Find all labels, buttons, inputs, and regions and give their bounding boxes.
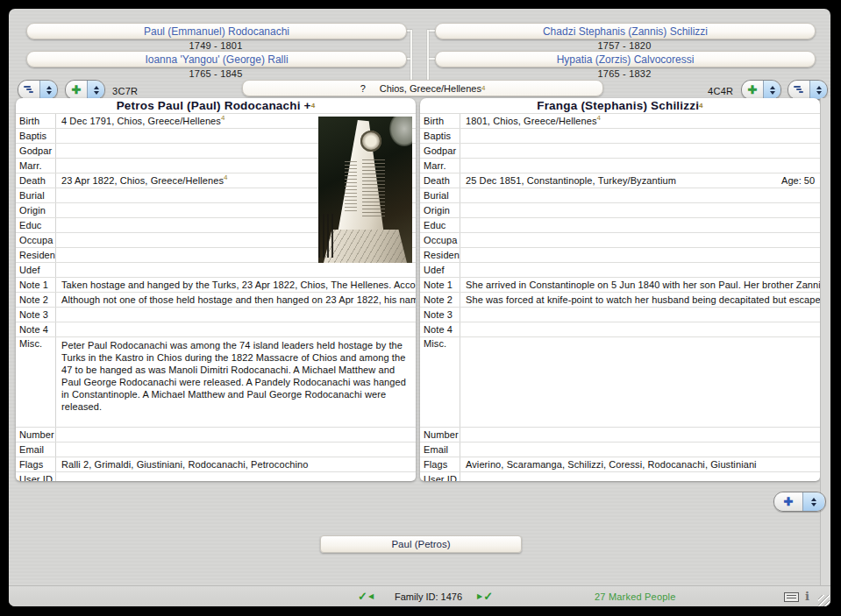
age-value: Age: 50 xyxy=(781,175,820,186)
field-row-burial[interactable]: Burial xyxy=(420,188,820,203)
field-row-death[interactable]: Death25 Dec 1851, Constantinople, Turkey… xyxy=(420,173,820,188)
field-label: Note 2 xyxy=(420,293,460,307)
navigate-menu-button-left[interactable] xyxy=(18,80,58,100)
husband-name-header[interactable]: Petros Paul (Paul) Rodocanachi +4 xyxy=(16,98,416,114)
field-row-number[interactable]: Number xyxy=(420,428,820,443)
field-label: Birth xyxy=(420,114,460,128)
father-of-wife-years: 1757 - 1820 xyxy=(435,40,814,51)
gravestone-photo[interactable] xyxy=(318,117,412,263)
navigate-stepper-right[interactable] xyxy=(809,81,827,99)
field-row-flags[interactable]: FlagsAvierino, Scaramanga, Schilizzi, Co… xyxy=(420,457,820,472)
field-row-note4[interactable]: Note 4 xyxy=(16,322,416,337)
field-label: Note 1 xyxy=(16,278,56,292)
field-value: 1801, Chios, Greece/Hellenes4 xyxy=(460,116,820,126)
field-label: User ID xyxy=(16,472,56,481)
field-label: Note 2 xyxy=(16,293,56,307)
field-row-note4[interactable]: Note 4 xyxy=(420,322,820,337)
field-row-userid[interactable]: User ID xyxy=(420,472,820,481)
field-label: Email xyxy=(420,443,460,457)
arrow-left-icon: ◀ xyxy=(368,592,374,600)
field-row-note1[interactable]: Note 1Taken hostage and hanged by the Tu… xyxy=(16,278,416,293)
field-row-note3[interactable]: Note 3 xyxy=(16,308,416,322)
field-label: Residen xyxy=(16,248,56,262)
wife-record-panel: Franga (Stephanis) Schilizzi4 Birth1801,… xyxy=(420,98,820,481)
field-row-userid[interactable]: User ID xyxy=(16,472,416,481)
pedigree-connector-line xyxy=(429,58,435,60)
wife-field-rows: Birth1801, Chios, Greece/Hellenes4Baptis… xyxy=(420,114,820,481)
add-person-button-right[interactable]: ✚ xyxy=(741,80,781,100)
add-stepper-left[interactable] xyxy=(87,81,104,99)
marked-people-link[interactable]: 27 Marked People xyxy=(595,591,675,602)
obelisk-inscription xyxy=(362,157,385,218)
wife-name-header[interactable]: Franga (Stephanis) Schilizzi4 xyxy=(420,98,820,114)
add-plus-icon: ✚ xyxy=(72,84,82,96)
father-of-husband-button[interactable]: Paul (Emmanuel) Rodocanachi xyxy=(26,23,407,39)
field-row-email[interactable]: Email xyxy=(420,443,820,457)
citation-superscript: 4 xyxy=(221,116,225,122)
next-marked-button[interactable]: ▶✓ xyxy=(477,590,493,603)
field-row-misc[interactable]: Misc. xyxy=(420,337,820,428)
field-label: Note 1 xyxy=(420,278,460,292)
kinship-code-left: 3C7R xyxy=(112,86,138,96)
father-of-husband-name: Paul (Emmanuel) Rodocanachi xyxy=(144,25,289,38)
add-child-stepper[interactable] xyxy=(802,492,824,511)
resize-grip-icon[interactable] xyxy=(818,595,830,606)
father-of-husband-years: 1749 - 1801 xyxy=(26,40,405,51)
field-row-residen[interactable]: Residen xyxy=(420,248,820,263)
field-label: Misc. xyxy=(420,337,460,427)
add-child-button[interactable]: ✚ xyxy=(773,492,826,512)
field-row-number[interactable]: Number xyxy=(16,428,416,443)
pedigree-connector-line xyxy=(429,30,435,32)
marriage-date-unknown: ? xyxy=(360,83,366,94)
father-of-wife-name: Chadzi Stephanis (Zannis) Schilizzi xyxy=(543,25,708,38)
child-name: Paul (Petros) xyxy=(391,539,450,549)
field-label: Flags xyxy=(16,457,56,471)
app-window: Paul (Emmanuel) Rodocanachi 1749 - 1801 … xyxy=(0,0,841,616)
mother-of-wife-button[interactable]: Hypatia (Zorzis) Calvocoressi xyxy=(435,51,816,67)
field-label: Educ xyxy=(16,218,56,232)
family-id-label: Family ID: 1476 xyxy=(395,591,462,602)
field-value: Ralli 2, Grimaldi, Giustiniani, Rodocana… xyxy=(56,459,416,470)
field-value: Avierino, Scaramanga, Schilizzi, Coressi… xyxy=(460,459,820,470)
field-row-note1[interactable]: Note 1She arrived in Constantinople on 5… xyxy=(420,278,820,293)
field-row-udef[interactable]: Udef xyxy=(420,263,820,278)
list-view-icon[interactable] xyxy=(784,592,799,602)
child-button[interactable]: Paul (Petros) xyxy=(320,535,522,553)
field-row-godpar[interactable]: Godpar xyxy=(420,144,820,159)
arrow-right-icon: ▶ xyxy=(477,592,482,600)
add-person-button-left[interactable]: ✚ xyxy=(65,80,105,100)
field-row-note3[interactable]: Note 3 xyxy=(420,308,820,322)
mother-of-husband-button[interactable]: Ioanna 'Yangou' (George) Ralli xyxy=(26,51,407,67)
mother-of-wife-years: 1765 - 1832 xyxy=(435,68,814,79)
family-card-view: Paul (Emmanuel) Rodocanachi 1749 - 1801 … xyxy=(9,9,830,606)
field-value: Although not one of those held hostage a… xyxy=(56,294,416,305)
field-row-email[interactable]: Email xyxy=(16,443,416,457)
right-edge-strip xyxy=(820,98,830,585)
prev-marked-button[interactable]: ✓◀ xyxy=(358,590,374,603)
field-row-birth[interactable]: Birth1801, Chios, Greece/Hellenes4 xyxy=(420,114,820,129)
marriage-field[interactable]: ? Chios, Greece/Hellenes4 xyxy=(242,80,603,96)
field-label: User ID xyxy=(420,472,460,481)
field-row-baptis[interactable]: Baptis xyxy=(420,129,820,144)
navigate-stepper-left[interactable] xyxy=(39,81,57,99)
info-icon[interactable]: i xyxy=(805,590,809,603)
field-row-flags[interactable]: FlagsRalli 2, Grimaldi, Giustiniani, Rod… xyxy=(16,457,416,472)
field-row-origin[interactable]: Origin xyxy=(420,203,820,218)
kinship-code-right: 4C4R xyxy=(708,86,733,96)
field-row-udef[interactable]: Udef xyxy=(16,263,416,278)
add-stepper-right[interactable] xyxy=(763,81,780,99)
mother-of-wife-name: Hypatia (Zorzis) Calvocoressi xyxy=(557,53,695,66)
field-row-note2[interactable]: Note 2She was forced at knife-point to w… xyxy=(420,293,820,308)
field-label: Marr. xyxy=(16,159,56,173)
field-row-occupa[interactable]: Occupa xyxy=(420,233,820,248)
field-label: Note 3 xyxy=(420,308,460,322)
field-row-marr[interactable]: Marr. xyxy=(420,159,820,173)
field-row-note2[interactable]: Note 2Although not one of those held hos… xyxy=(16,293,416,308)
field-row-misc[interactable]: Misc.Peter Paul Rodocanachi was among th… xyxy=(16,337,416,428)
navigate-menu-button-right[interactable] xyxy=(788,80,828,100)
field-value xyxy=(460,337,820,339)
father-of-wife-button[interactable]: Chadzi Stephanis (Zannis) Schilizzi xyxy=(435,23,816,39)
field-row-educ[interactable]: Educ xyxy=(420,218,820,233)
field-label: Udef xyxy=(420,263,460,277)
field-label: Note 4 xyxy=(16,322,56,336)
